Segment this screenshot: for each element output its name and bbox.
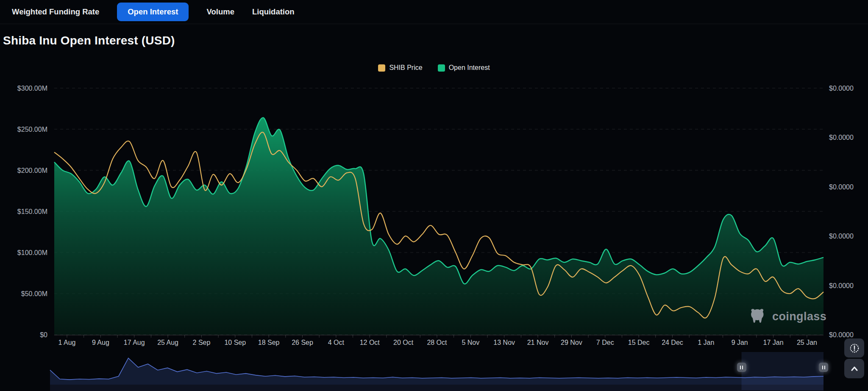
svg-text:$0.0000: $0.0000 [829,282,854,289]
svg-text:21 Nov: 21 Nov [527,339,549,346]
svg-text:9 Jan: 9 Jan [732,339,748,346]
svg-text:4 Oct: 4 Oct [328,339,345,346]
collapse-button[interactable] [844,359,864,378]
svg-text:25 Jan: 25 Jan [797,339,817,346]
open-interest-chart-canvas[interactable]: $300.00M$250.00M$200.00M$150.00M$100.00M… [0,59,868,352]
settings-button[interactable] [844,338,864,358]
y-axis-left-labels: $300.00M$250.00M$200.00M$150.00M$100.00M… [17,85,47,338]
svg-text:$0.0000: $0.0000 [829,233,854,240]
svg-text:24 Dec: 24 Dec [662,339,683,346]
navigator-track [50,385,823,391]
svg-text:$300.00M: $300.00M [17,85,47,92]
tab-weighted-funding-rate[interactable]: Weighted Funding Rate [12,7,99,17]
svg-text:1 Jan: 1 Jan [698,339,714,346]
tab-liquidation[interactable]: Liquidation [252,7,295,17]
svg-text:$0.0000: $0.0000 [829,134,854,141]
svg-text:10 Sep: 10 Sep [224,339,246,346]
tab-bar: Weighted Funding Rate Open Interest Volu… [0,0,868,24]
tab-open-interest[interactable]: Open Interest [117,3,189,21]
svg-text:26 Sep: 26 Sep [292,339,313,346]
svg-text:28 Oct: 28 Oct [427,339,447,346]
tab-volume[interactable]: Volume [206,7,234,17]
x-axis: 1 Aug9 Aug17 Aug25 Aug2 Sep10 Sep18 Sep2… [54,335,823,346]
navigator-area [50,358,823,385]
svg-text:20 Oct: 20 Oct [393,339,414,346]
svg-text:$200.00M: $200.00M [17,167,47,174]
chevron-up-icon [849,363,860,374]
svg-text:$50.00M: $50.00M [21,290,47,297]
svg-text:2 Sep: 2 Sep [193,339,211,346]
svg-text:13 Nov: 13 Nov [493,339,515,346]
svg-text:7 Dec: 7 Dec [596,339,614,346]
gear-alert-badge-icon [849,343,860,354]
svg-text:$0.0000: $0.0000 [829,183,854,191]
svg-text:5 Nov: 5 Nov [462,339,479,346]
svg-text:29 Nov: 29 Nov [561,339,582,346]
svg-text:$0.0000: $0.0000 [829,85,854,92]
svg-text:$250.00M: $250.00M [17,126,47,133]
svg-text:18 Sep: 18 Sep [258,339,280,346]
svg-text:$150.00M: $150.00M [17,208,47,215]
page-title: Shiba Inu Open Interest (USD) [3,34,175,47]
open-interest-area [54,118,823,335]
svg-text:17 Jan: 17 Jan [763,339,784,346]
svg-text:1 Aug: 1 Aug [58,339,76,346]
svg-text:$100.00M: $100.00M [17,249,47,256]
navigator-selected-window [742,352,823,390]
svg-text:$0: $0 [40,331,47,338]
svg-text:25 Aug: 25 Aug [157,339,178,346]
navigator-handle-right[interactable] [819,363,828,372]
y-axis-right-labels: $0.0000$0.0000$0.0000$0.0000$0.0000$0.00… [829,85,854,338]
svg-text:$0.0000: $0.0000 [829,331,854,338]
svg-text:12 Oct: 12 Oct [360,339,380,346]
svg-text:15 Dec: 15 Dec [628,339,650,346]
svg-text:9 Aug: 9 Aug [92,339,109,346]
svg-text:17 Aug: 17 Aug [124,339,145,346]
navigator-handle-left[interactable] [737,363,746,372]
